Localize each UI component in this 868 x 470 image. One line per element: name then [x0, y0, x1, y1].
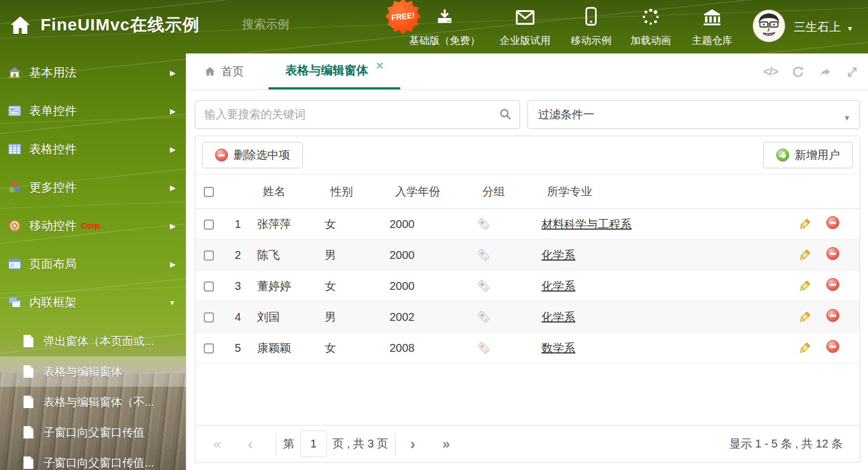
tab-home[interactable]: 首页 — [189, 53, 259, 89]
keyword-search-input[interactable] — [195, 100, 520, 129]
table-row: 1 张萍萍 女 2000 材料科学与工程系 — [195, 209, 860, 240]
table-icon — [8, 142, 21, 156]
share-icon[interactable] — [818, 65, 832, 79]
sidebar-subitem-child-to-parent[interactable]: 子窗口向父窗口传值 — [0, 417, 186, 447]
row-index: 2 — [221, 240, 249, 271]
user-menu[interactable]: 三生石上 — [794, 19, 853, 35]
sidebar-item-form-controls[interactable]: 表单控件 — [0, 92, 186, 130]
page-input[interactable] — [300, 431, 327, 457]
tab-tools: </> — [763, 53, 859, 90]
edit-icon[interactable] — [798, 311, 811, 324]
brand[interactable]: FineUIMvc在线示例 — [9, 14, 200, 37]
edit-icon[interactable] — [798, 218, 811, 231]
app-title: FineUIMvc在线示例 — [41, 14, 200, 37]
search-icon[interactable] — [499, 108, 512, 121]
major-link[interactable]: 数学系 — [542, 342, 575, 354]
sidebar-item-more-controls[interactable]: 更多控件 — [0, 168, 186, 207]
edit-icon[interactable] — [798, 342, 811, 355]
expand-arrow-icon — [170, 144, 176, 154]
tab-grid-edit-window[interactable]: 表格与编辑窗体 — [269, 53, 400, 89]
sidebar-item-grid-controls[interactable]: 表格控件 — [0, 130, 186, 168]
bank-icon — [703, 7, 722, 26]
layout-icon — [8, 257, 21, 271]
main-content: 首页 表格与编辑窗体 </> — [186, 53, 868, 470]
major-link[interactable]: 化学系 — [542, 280, 575, 292]
major-link[interactable]: 化学系 — [542, 249, 575, 261]
nav-label: 企业版试用 — [500, 34, 551, 47]
nav-mobile-demo[interactable]: 移动示例 — [560, 7, 623, 47]
chevron-down-icon — [843, 110, 851, 123]
row-checkbox[interactable] — [204, 312, 214, 323]
form-icon — [8, 104, 21, 118]
refresh-icon[interactable] — [791, 65, 805, 79]
table-row: 4 刘国 男 2002 化学系 — [195, 302, 860, 333]
delete-row-icon[interactable] — [826, 216, 839, 229]
edit-icon[interactable] — [798, 249, 811, 262]
app-window: FineUIMvc在线示例 FREE! 基础版（免费） 企业版试用 移动示例 — [0, 0, 868, 470]
delete-row-icon[interactable] — [826, 278, 839, 291]
col-header-group: 分组 — [469, 174, 534, 209]
edit-icon[interactable] — [798, 280, 811, 293]
table-header-row: 姓名 性别 入学年份 分组 所学专业 — [195, 174, 860, 209]
file-icon — [23, 395, 34, 409]
page-label-prefix: 第 — [283, 436, 294, 451]
header-search — [242, 17, 403, 32]
page-label-suffix: 页 , 共 3 页 — [333, 436, 388, 451]
row-checkbox[interactable] — [204, 220, 214, 230]
next-page-icon[interactable] — [410, 436, 415, 452]
tab-bar: 首页 表格与编辑窗体 </> — [186, 53, 868, 90]
sidebar-menu: 基本用法 表单控件 表格控件 更多控件 移动控件 Corp. 页面布局 — [0, 53, 186, 470]
row-name: 张萍萍 — [249, 209, 317, 240]
user-name: 三生石上 — [794, 19, 841, 35]
first-page-icon[interactable] — [213, 437, 221, 451]
row-gender: 男 — [317, 302, 382, 333]
home-icon — [204, 66, 216, 77]
file-icon — [23, 334, 34, 348]
sidebar-subitem-grid-edit-window-2[interactable]: 表格与编辑窗体（不... — [0, 387, 186, 417]
view-source-icon[interactable]: </> — [763, 65, 778, 78]
filter-dropdown[interactable]: 过滤条件一 — [527, 100, 860, 129]
prev-page-icon[interactable] — [248, 436, 253, 452]
header-search-input[interactable] — [242, 17, 326, 31]
row-checkbox[interactable] — [204, 343, 214, 353]
close-tab-icon[interactable] — [376, 59, 383, 73]
major-link[interactable]: 材料科学与工程系 — [542, 218, 632, 230]
nav-loading-animation[interactable]: 加载动画 — [621, 7, 680, 47]
sidebar-submenu: 弹出窗体（本页面或... 表格与编辑窗体 表格与编辑窗体（不... 子窗口向父窗… — [0, 326, 186, 470]
row-year: 2000 — [382, 271, 469, 302]
select-all-checkbox[interactable] — [204, 187, 214, 197]
delete-selected-button[interactable]: 删除选中项 — [202, 142, 303, 168]
row-year: 2000 — [382, 240, 469, 271]
sidebar-subitem-child-to-parent-2[interactable]: 子窗口向父窗口传值... — [0, 447, 186, 470]
delete-row-icon[interactable] — [826, 340, 839, 353]
row-name: 董婷婷 — [249, 271, 317, 302]
nav-label: 主题仓库 — [692, 34, 732, 47]
row-checkbox[interactable] — [204, 281, 214, 292]
expand-icon[interactable] — [845, 65, 859, 79]
row-year: 2008 — [382, 333, 469, 364]
nav-label: 移动示例 — [571, 34, 611, 47]
sidebar-item-inline-frame[interactable]: 内联框架 — [0, 283, 186, 321]
nav-theme-store[interactable]: 主题仓库 — [680, 7, 744, 47]
sidebar-item-mobile-controls[interactable]: 移动控件 Corp. — [0, 207, 186, 245]
row-checkbox[interactable] — [204, 250, 214, 261]
col-header-major: 所学专业 — [534, 174, 798, 209]
major-link[interactable]: 化学系 — [542, 311, 575, 323]
sidebar-item-page-layout[interactable]: 页面布局 — [0, 245, 186, 283]
delete-row-icon[interactable] — [826, 247, 839, 260]
sidebar-subitem-grid-edit-window[interactable]: 表格与编辑窗体 — [0, 356, 186, 387]
expand-arrow-icon — [170, 68, 176, 78]
cubes-icon — [8, 181, 21, 194]
delete-row-icon[interactable] — [826, 309, 839, 322]
nav-enterprise-trial[interactable]: 企业版试用 — [491, 7, 559, 47]
last-page-icon[interactable] — [442, 437, 450, 451]
tag-icon — [477, 341, 490, 355]
pagination-bar: 第 页 , 共 3 页 显示 1 - 5 条 , 共 12 条 — [195, 425, 860, 462]
user-avatar[interactable] — [753, 10, 785, 42]
nav-label: 基础版（免费） — [409, 34, 480, 47]
grid-toolbar: 删除选中项 新增用户 — [195, 136, 860, 174]
sidebar-item-basic-usage[interactable]: 基本用法 — [0, 53, 186, 92]
sidebar-subitem-popup-window[interactable]: 弹出窗体（本页面或... — [0, 326, 186, 356]
add-user-button[interactable]: 新增用户 — [763, 142, 853, 168]
expand-arrow-icon — [170, 259, 176, 269]
